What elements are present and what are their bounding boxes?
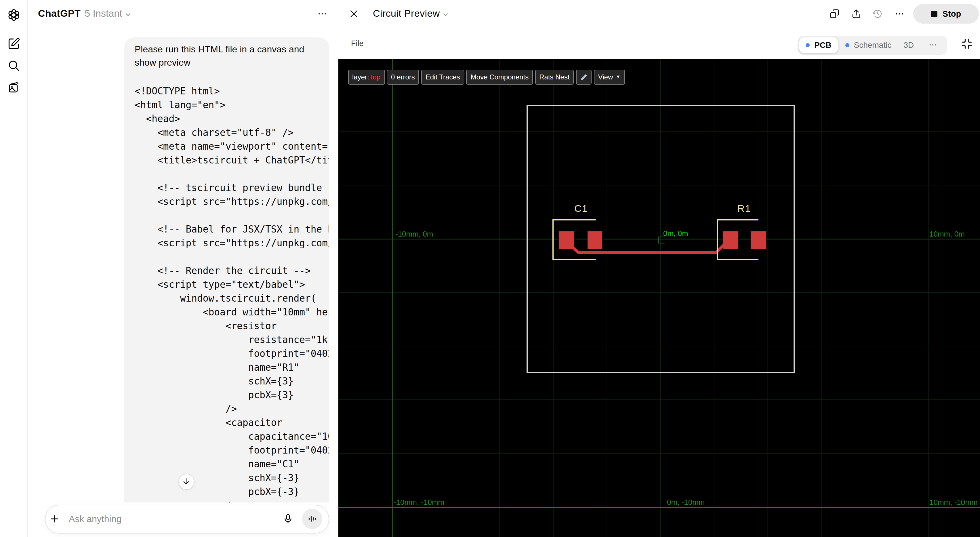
- file-menu[interactable]: File: [351, 39, 364, 48]
- pad-r1-1: [723, 231, 737, 249]
- stop-button[interactable]: Stop: [913, 4, 979, 24]
- code-line: <script type="text/babel">: [135, 278, 329, 292]
- code-line: schX={3}: [135, 375, 329, 389]
- schematic-dot-icon: [845, 43, 849, 47]
- pad-r1-2: [751, 231, 766, 249]
- code-line: schX={-3}: [135, 472, 329, 485]
- chat-options-icon[interactable]: [317, 9, 328, 19]
- code-line: <meta name="viewport" content="width=dev…: [135, 140, 329, 154]
- ref-designator-r1: R1: [737, 203, 751, 215]
- chat-composer[interactable]: Ask anything: [45, 505, 329, 533]
- canvas-menubar: File PCB Schematic 3D: [338, 28, 980, 59]
- view-menu-button[interactable]: View▼: [594, 70, 625, 84]
- code-line: <title>tscircuit + ChatGPT</title>: [135, 154, 329, 167]
- code-line: pcbX={3}: [135, 389, 329, 402]
- rats-nest-label: Rats Nest: [539, 73, 570, 81]
- code-line: <!-- Render the circuit -->: [135, 264, 329, 278]
- sidebar-rail: [0, 0, 28, 537]
- code-line: window.tscircuit.render(: [135, 292, 329, 306]
- new-chat-icon[interactable]: [7, 37, 20, 50]
- composer-input[interactable]: Ask anything: [69, 514, 279, 524]
- tab-3d[interactable]: 3D: [904, 40, 914, 49]
- copy-icon[interactable]: [828, 8, 841, 20]
- grid-label: 0m, -10mm: [667, 498, 705, 507]
- user-message-text: Please run this HTML file in a canvas an…: [135, 43, 320, 69]
- tab-pcb-label: PCB: [814, 40, 831, 49]
- canvas-title[interactable]: Circuit Preview: [373, 8, 440, 19]
- pcb-dot-icon: [806, 43, 810, 47]
- dropdown-triangle-icon: ▼: [616, 75, 620, 80]
- grid-label: 10mm, -10mm: [929, 498, 978, 507]
- ref-designator-c1: C1: [574, 203, 588, 215]
- grid-label-origin: 0m, 0m: [663, 229, 688, 238]
- chat-title[interactable]: ChatGPT: [38, 8, 81, 19]
- chat-panel: ChatGPT 5 Instant Please run this HTML f…: [28, 0, 338, 537]
- code-line: <board width="10mm" height="10mm">: [135, 306, 329, 319]
- code-line: <head>: [135, 112, 329, 126]
- mic-icon[interactable]: [279, 510, 297, 527]
- code-line: <script src="https://unpkg.com/tscircuit…: [135, 195, 329, 209]
- trace: [338, 59, 980, 537]
- view-switcher: PCB Schematic 3D: [797, 35, 947, 54]
- grid-label: -10mm, -10mm: [394, 498, 444, 507]
- move-components-button[interactable]: Move Components: [466, 70, 533, 84]
- canvas-header: Circuit Preview: [338, 0, 980, 28]
- layer-label: layer:: [352, 73, 369, 81]
- rats-nest-button[interactable]: Rats Nest: [535, 70, 574, 84]
- code-line: [135, 209, 329, 223]
- tab-schematic[interactable]: Schematic: [845, 40, 891, 49]
- canvas-title-chevron-icon[interactable]: [442, 11, 450, 18]
- code-line: <!-- Babel for JSX/TSX in the browser --…: [135, 223, 329, 237]
- code-line: <html lang="en">: [135, 99, 329, 112]
- code-line: footprint="0402": [135, 444, 329, 457]
- errors-label: 0 errors: [391, 73, 415, 81]
- code-block: <!DOCTYPE html><html lang="en"> <head> <…: [135, 84, 329, 502]
- app: ChatGPT 5 Instant Please run this HTML f…: [0, 0, 980, 537]
- layer-chip[interactable]: layer:top: [348, 70, 385, 84]
- code-line: <script src="https://unpkg.com/@babel/st…: [135, 237, 329, 250]
- view-more-icon[interactable]: [928, 40, 937, 49]
- messages-area: Please run this HTML file in a canvas an…: [28, 28, 338, 502]
- close-icon[interactable]: [348, 8, 360, 20]
- tab-pcb[interactable]: PCB: [799, 37, 838, 53]
- user-message-bubble: Please run this HTML file in a canvas an…: [124, 37, 329, 502]
- edit-traces-button[interactable]: Edit Traces: [421, 70, 465, 84]
- voice-mode-button[interactable]: [302, 509, 322, 529]
- tab-3d-label: 3D: [904, 40, 914, 49]
- history-icon[interactable]: [871, 8, 884, 20]
- pad-c1-2: [587, 231, 601, 249]
- library-icon[interactable]: [7, 81, 20, 94]
- code-line: pcbX={-3}: [135, 485, 329, 499]
- search-icon[interactable]: [7, 59, 20, 72]
- view-label: View: [598, 73, 613, 81]
- errors-chip[interactable]: 0 errors: [387, 70, 419, 84]
- chat-header: ChatGPT 5 Instant: [28, 0, 338, 28]
- chevron-down-icon[interactable]: [124, 11, 132, 18]
- code-line: name="C1": [135, 457, 329, 472]
- pcb-viewport[interactable]: C1 R1 -10mm, 0m 0m, 0m 10mm, 0m -10mm, -…: [338, 59, 980, 537]
- stop-label: Stop: [943, 9, 961, 18]
- layer-value: top: [371, 73, 380, 81]
- code-line: [135, 167, 329, 181]
- code-line: footprint="0402": [135, 347, 329, 361]
- fullscreen-exit-icon[interactable]: [961, 37, 973, 50]
- edit-traces-label: Edit Traces: [426, 73, 460, 81]
- grid-label: 10mm, 0m: [929, 229, 965, 238]
- chat-model[interactable]: 5 Instant: [84, 8, 122, 19]
- pad-c1-1: [559, 231, 573, 249]
- code-line: name="R1": [135, 361, 329, 375]
- canvas-panel: Circuit Preview: [338, 0, 980, 537]
- more-options-icon[interactable]: [893, 8, 905, 20]
- grid-label: -10mm, 0m: [395, 229, 433, 238]
- code-line: />: [135, 499, 329, 502]
- code-line: <!-- tscircuit preview bundle -->: [135, 181, 329, 195]
- code-line: <resistor: [135, 319, 329, 333]
- share-icon[interactable]: [850, 8, 862, 20]
- edit-pencil-button[interactable]: [576, 70, 592, 84]
- chatgpt-logo-icon[interactable]: [7, 9, 20, 21]
- scroll-to-bottom-button[interactable]: [178, 473, 194, 489]
- code-line: <meta charset="utf-8" />: [135, 126, 329, 140]
- code-line: resistance="1k": [135, 333, 329, 347]
- attach-plus-icon[interactable]: [46, 510, 63, 527]
- code-line: />: [135, 402, 329, 416]
